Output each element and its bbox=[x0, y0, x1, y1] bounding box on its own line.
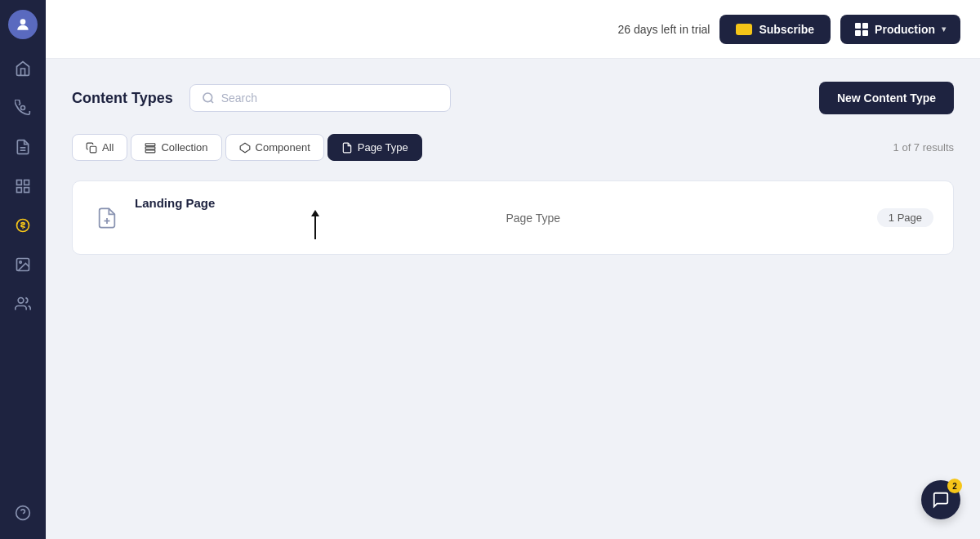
svg-point-0 bbox=[20, 19, 26, 24]
svg-marker-20 bbox=[240, 143, 250, 153]
results-count: 1 of 7 results bbox=[893, 141, 954, 154]
topbar: 26 days left in trial Subscribe Producti… bbox=[46, 0, 980, 59]
chevron-down-icon: ▾ bbox=[942, 24, 946, 33]
sidebar-item-apps[interactable] bbox=[7, 170, 39, 203]
svg-rect-5 bbox=[24, 180, 29, 185]
sidebar-item-users[interactable] bbox=[7, 287, 39, 320]
page-title: Content Types bbox=[72, 90, 173, 107]
sidebar-item-document[interactable] bbox=[7, 131, 39, 163]
svg-rect-7 bbox=[24, 188, 29, 193]
svg-rect-4 bbox=[17, 180, 22, 185]
production-label: Production bbox=[875, 23, 935, 36]
main-content: 26 days left in trial Subscribe Producti… bbox=[46, 0, 980, 539]
new-content-type-button[interactable]: New Content Type bbox=[819, 82, 954, 114]
svg-rect-16 bbox=[90, 146, 96, 153]
filter-bar: All Collection Component Page Type 1 of … bbox=[72, 134, 954, 161]
search-input[interactable] bbox=[221, 91, 439, 105]
collection-icon bbox=[145, 142, 156, 154]
user-avatar[interactable] bbox=[8, 10, 38, 39]
filter-tab-component[interactable]: Component bbox=[225, 134, 324, 161]
production-button[interactable]: Production ▾ bbox=[840, 15, 960, 44]
filter-tab-all-label: All bbox=[102, 141, 114, 154]
sidebar-item-feed[interactable] bbox=[7, 91, 39, 124]
svg-point-11 bbox=[18, 298, 24, 304]
grid-icon bbox=[855, 23, 868, 36]
sidebar-item-help[interactable] bbox=[7, 497, 39, 529]
content-type-name: Landing Page bbox=[135, 196, 492, 210]
subscribe-button[interactable]: Subscribe bbox=[719, 15, 831, 44]
search-box[interactable] bbox=[189, 84, 451, 112]
svg-point-14 bbox=[203, 93, 212, 102]
subscribe-label: Subscribe bbox=[759, 23, 814, 36]
chat-badge: 2 bbox=[947, 479, 962, 493]
content-types-list: Landing Page Page Type 1 Page bbox=[72, 180, 954, 255]
content-area: Content Types New Content Type All Colle… bbox=[46, 59, 980, 539]
svg-point-1 bbox=[21, 106, 25, 110]
chat-widget[interactable]: 2 bbox=[921, 480, 960, 519]
sidebar bbox=[0, 0, 46, 539]
content-header: Content Types New Content Type bbox=[72, 82, 954, 114]
svg-rect-17 bbox=[146, 143, 156, 145]
svg-line-15 bbox=[211, 100, 213, 103]
filter-tab-component-label: Component bbox=[256, 141, 310, 154]
filter-tab-page-type-label: Page Type bbox=[358, 141, 408, 154]
trial-text: 26 days left in trial bbox=[618, 23, 710, 36]
svg-rect-18 bbox=[146, 146, 156, 149]
svg-rect-19 bbox=[146, 149, 156, 152]
filter-tab-collection-label: Collection bbox=[161, 141, 207, 154]
sidebar-item-images[interactable] bbox=[7, 248, 39, 281]
content-type-type: Page Type bbox=[506, 212, 863, 225]
card-icon bbox=[736, 24, 752, 35]
search-icon bbox=[202, 91, 215, 105]
sidebar-item-coins[interactable] bbox=[7, 209, 39, 242]
filter-tab-all[interactable]: All bbox=[72, 134, 127, 161]
sidebar-item-home[interactable] bbox=[7, 52, 39, 85]
content-type-icon bbox=[92, 203, 122, 233]
chat-icon bbox=[932, 491, 950, 509]
arrow-indicator bbox=[138, 210, 492, 239]
copy-icon bbox=[86, 142, 97, 154]
content-type-badge: 1 Page bbox=[877, 208, 933, 227]
filter-tab-page-type[interactable]: Page Type bbox=[327, 134, 422, 161]
svg-point-10 bbox=[20, 261, 21, 264]
svg-rect-6 bbox=[17, 188, 22, 193]
page-type-icon bbox=[341, 142, 353, 154]
filter-tab-collection[interactable]: Collection bbox=[131, 134, 221, 161]
component-icon bbox=[239, 142, 251, 154]
content-type-row[interactable]: Landing Page Page Type 1 Page bbox=[73, 181, 953, 254]
